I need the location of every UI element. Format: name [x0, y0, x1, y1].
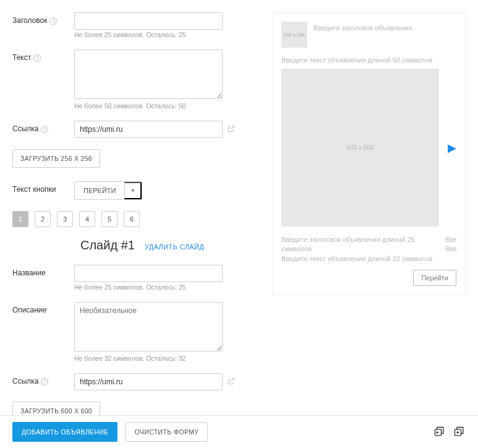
- preview-caption-title-next: Введ: [445, 235, 456, 244]
- button-text-split[interactable]: ПЕРЕЙТИ ▼: [74, 181, 142, 200]
- title-label: Заголовок?: [12, 12, 74, 38]
- slide-name-label: Название: [12, 265, 74, 291]
- slide-tab-2[interactable]: 2: [35, 211, 51, 227]
- button-text-value[interactable]: ПЕРЕЙТИ: [75, 182, 124, 199]
- duplicate-out-icon[interactable]: [453, 426, 466, 438]
- svg-line-0: [231, 126, 234, 129]
- slide-tab-6[interactable]: 6: [124, 211, 140, 227]
- button-text-label: Текст кнопки: [12, 181, 74, 200]
- clear-form-button[interactable]: ОЧИСТИТЬ ФОРМУ: [125, 422, 208, 442]
- slide-link-label: Ссылка?: [12, 373, 74, 390]
- slide-tabs: 1 2 3 4 5 6: [12, 211, 254, 227]
- text-hint: Не более 50 символов. Осталось: 50: [74, 102, 254, 110]
- title-hint: Не более 25 символов. Осталось: 25: [74, 31, 254, 38]
- slide-tab-3[interactable]: 3: [57, 211, 73, 227]
- slide-desc-label: Описание: [12, 302, 74, 362]
- svg-line-1: [231, 378, 234, 382]
- preview-thumb-256: 256 x 256: [281, 22, 307, 48]
- slide-tab-5[interactable]: 5: [101, 211, 117, 227]
- link-label: Ссылка?: [12, 121, 74, 138]
- help-icon[interactable]: ?: [49, 17, 57, 25]
- delete-slide-button[interactable]: УДАЛИТЬ СЛАЙД: [145, 243, 204, 251]
- preview-caption-text-next: Введ: [445, 244, 456, 254]
- help-icon[interactable]: ?: [33, 54, 41, 62]
- preview-caption-title: Введите заголовок объявления длиной 25 с…: [281, 235, 439, 254]
- slide-desc-input[interactable]: [74, 302, 223, 351]
- slide-heading: Слайд #1: [80, 238, 135, 252]
- preview-caption-text: Введите текст объявления длиной 32 симво…: [281, 254, 439, 264]
- link-input[interactable]: [74, 121, 223, 138]
- slide-tab-4[interactable]: 4: [79, 211, 95, 227]
- preview-panel: 256 x 256 Введите заголовок объявления В…: [272, 12, 466, 295]
- external-link-icon[interactable]: [228, 125, 235, 134]
- duplicate-in-icon[interactable]: [433, 426, 446, 438]
- text-input[interactable]: [74, 50, 223, 99]
- preview-slide-image: 600 x 600: [281, 69, 439, 226]
- preview-go-button[interactable]: Перейти: [413, 270, 456, 286]
- slide-desc-hint: Не более 32 символов. Осталось: 32: [74, 355, 254, 362]
- upload-256-button[interactable]: ЗАГРУЗИТЬ 256 X 256: [12, 149, 100, 168]
- slide-name-input[interactable]: [74, 265, 223, 282]
- title-input[interactable]: [74, 12, 223, 30]
- chevron-down-icon[interactable]: ▼: [124, 182, 142, 199]
- slide-tab-1[interactable]: 1: [12, 211, 28, 227]
- help-icon[interactable]: ?: [41, 378, 48, 386]
- slide-link-input[interactable]: [74, 373, 223, 390]
- preview-title-placeholder: Введите заголовок объявления: [314, 22, 412, 48]
- help-icon[interactable]: ?: [41, 126, 48, 133]
- text-label: Текст?: [12, 50, 74, 110]
- add-ad-button[interactable]: ДОБАВИТЬ ОБЪЯВЛЕНИЕ: [12, 422, 117, 442]
- slide-name-hint: Не более 25 символов. Осталось: 25: [74, 283, 254, 291]
- carousel-next-icon[interactable]: ▶: [448, 141, 456, 155]
- preview-text-placeholder: Введите текст объявления длиной 50 симво…: [281, 56, 456, 64]
- external-link-icon[interactable]: [228, 377, 235, 387]
